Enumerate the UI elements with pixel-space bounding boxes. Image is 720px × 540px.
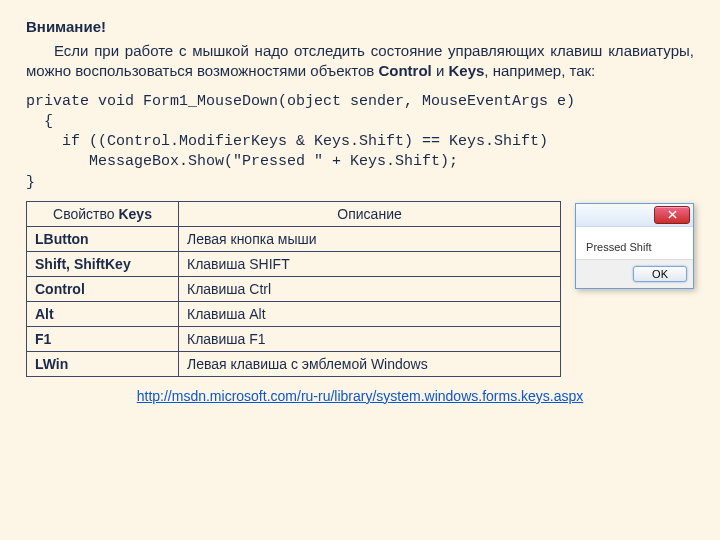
dialog-titlebar: [576, 204, 693, 227]
table-header-property: Свойство Keys: [27, 201, 179, 226]
intro-paragraph: Если при работе с мышкой надо отследить …: [26, 41, 694, 82]
dialog-body: Pressed Shift: [576, 227, 693, 259]
table-cell-desc: Клавиша F1: [179, 326, 561, 351]
table-row: Shift, ShiftKeyКлавиша SHIFT: [27, 251, 561, 276]
table-cell-key: Shift, ShiftKey: [27, 251, 179, 276]
table-row: LWinЛевая клавиша с эмблемой Windows: [27, 351, 561, 376]
table-cell-key: LWin: [27, 351, 179, 376]
table-row: LButtonЛевая кнопка мыши: [27, 226, 561, 251]
table-cell-key: LButton: [27, 226, 179, 251]
table-cell-key: Control: [27, 276, 179, 301]
table-cell-desc: Левая кнопка мыши: [179, 226, 561, 251]
table-cell-desc: Левая клавиша с эмблемой Windows: [179, 351, 561, 376]
dialog-message: Pressed Shift: [586, 241, 651, 253]
table-row: AltКлавиша Alt: [27, 301, 561, 326]
reference-link-row: http://msdn.microsoft.com/ru-ru/library/…: [26, 387, 694, 404]
table-cell-desc: Клавиша Alt: [179, 301, 561, 326]
para-text-3: , например, так:: [484, 62, 595, 79]
messagebox-dialog: Pressed Shift OK: [575, 203, 694, 289]
attention-heading: Внимание!: [26, 18, 694, 35]
table-row: ControlКлавиша Ctrl: [27, 276, 561, 301]
dialog-footer: OK: [576, 259, 693, 288]
th-text: Свойство: [53, 206, 118, 222]
bold-keys: Keys: [448, 62, 484, 79]
table-cell-desc: Клавиша SHIFT: [179, 251, 561, 276]
th-bold: Keys: [118, 206, 151, 222]
table-cell-key: Alt: [27, 301, 179, 326]
msdn-link[interactable]: http://msdn.microsoft.com/ru-ru/library/…: [137, 388, 584, 404]
table-header-description: Описание: [179, 201, 561, 226]
keys-table: Свойство Keys Описание LButtonЛевая кноп…: [26, 201, 561, 377]
table-row: F1Клавиша F1: [27, 326, 561, 351]
bold-control: Control: [378, 62, 431, 79]
close-button[interactable]: [654, 206, 690, 224]
code-block: private void Form1_MouseDown(object send…: [26, 92, 694, 193]
table-cell-key: F1: [27, 326, 179, 351]
ok-button[interactable]: OK: [633, 266, 687, 282]
para-text-2: и: [432, 62, 449, 79]
table-cell-desc: Клавиша Ctrl: [179, 276, 561, 301]
close-icon: [668, 210, 677, 219]
